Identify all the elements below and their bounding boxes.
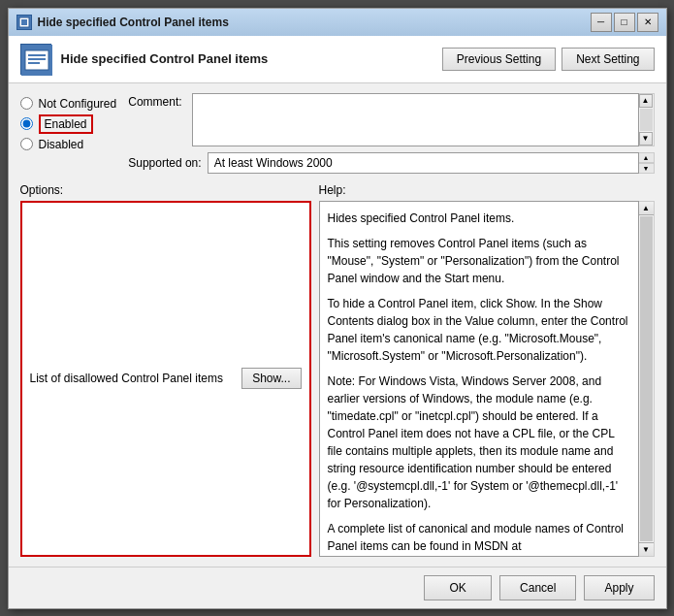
restore-button[interactable]: □ <box>614 13 635 32</box>
comment-scroll-up[interactable]: ▲ <box>639 94 653 108</box>
help-scroll-down[interactable]: ▼ <box>639 542 654 556</box>
enabled-label: Enabled <box>39 114 93 134</box>
comment-label: Comment: <box>128 95 186 109</box>
comment-scrollbar: ▲ ▼ <box>639 93 655 146</box>
supported-scrollbar: ▲ ▼ <box>639 152 655 174</box>
cancel-button[interactable]: Cancel <box>499 575 576 600</box>
enabled-option: Enabled <box>20 114 117 134</box>
two-panel-section: Options: List of disallowed Control Pane… <box>20 183 655 557</box>
navigation-buttons: Previous Setting Next Setting <box>442 48 655 71</box>
help-text-box[interactable]: Hides specified Control Panel items. Thi… <box>319 201 639 557</box>
svg-rect-5 <box>28 58 46 60</box>
main-content: Not Configured Enabled Disabled C <box>9 83 666 567</box>
supported-value: At least Windows 2000 <box>208 152 639 174</box>
help-para-4: Note: For Windows Vista, Windows Server … <box>328 373 630 512</box>
window-controls: ─ □ ✕ <box>591 13 658 32</box>
footer: OK Cancel Apply <box>9 567 666 608</box>
options-box: List of disallowed Control Panel items S… <box>20 201 311 557</box>
options-panel: Options: List of disallowed Control Pane… <box>20 183 311 557</box>
help-para-2: This setting removes Control Panel items… <box>328 235 630 287</box>
supported-scroll-down[interactable]: ▼ <box>639 163 654 173</box>
minimize-button[interactable]: ─ <box>591 13 612 32</box>
disabled-option: Disabled <box>20 138 117 151</box>
supported-label: Supported on: <box>128 156 201 170</box>
window-icon <box>16 15 32 30</box>
top-section: Not Configured Enabled Disabled C <box>20 93 655 178</box>
help-scroll-up[interactable]: ▲ <box>639 202 654 215</box>
content-area: Hide specified Control Panel items Previ… <box>9 36 666 608</box>
disabled-label: Disabled <box>39 138 84 151</box>
show-button[interactable]: Show... <box>241 368 301 389</box>
supported-scroll-up[interactable]: ▲ <box>639 153 654 163</box>
dialog-title: Hide specified Control Panel items <box>61 51 433 66</box>
window-title: Hide specified Control Panel items <box>38 16 591 29</box>
not-configured-radio[interactable] <box>20 97 33 110</box>
options-list-label: List of disallowed Control Panel items <box>30 372 235 385</box>
radio-group: Not Configured Enabled Disabled <box>20 97 117 178</box>
policy-icon <box>20 44 51 75</box>
disabled-radio[interactable] <box>20 138 33 150</box>
dialog-window: Hide specified Control Panel items ─ □ ✕… <box>8 8 667 609</box>
enabled-radio[interactable] <box>20 117 33 130</box>
svg-rect-4 <box>28 54 46 56</box>
help-para-5: A complete list of canonical and module … <box>328 520 630 555</box>
not-configured-option: Not Configured <box>20 97 117 111</box>
svg-rect-1 <box>21 19 27 25</box>
help-scroll-container: Hides specified Control Panel items. Thi… <box>319 201 655 557</box>
supported-section: Supported on: At least Windows 2000 ▲ ▼ <box>128 152 654 174</box>
help-heading: Help: <box>319 183 655 197</box>
help-panel: Help: Hides specified Control Panel item… <box>319 183 655 557</box>
help-para-3: To hide a Control Panel item, click Show… <box>328 295 630 365</box>
help-para-1: Hides specified Control Panel items. <box>328 210 630 227</box>
comment-textarea[interactable] <box>192 93 638 146</box>
header-area: Hide specified Control Panel items Previ… <box>9 36 666 83</box>
apply-button[interactable]: Apply <box>584 575 654 600</box>
title-bar: Hide specified Control Panel items ─ □ ✕ <box>9 9 666 36</box>
prev-setting-button[interactable]: Previous Setting <box>442 48 556 71</box>
close-button[interactable]: ✕ <box>637 13 658 32</box>
next-setting-button[interactable]: Next Setting <box>562 48 654 71</box>
svg-rect-6 <box>28 62 40 64</box>
comment-scroll-down[interactable]: ▼ <box>639 132 653 146</box>
ok-button[interactable]: OK <box>424 575 492 600</box>
options-heading: Options: <box>20 183 311 197</box>
not-configured-label: Not Configured <box>39 97 117 111</box>
